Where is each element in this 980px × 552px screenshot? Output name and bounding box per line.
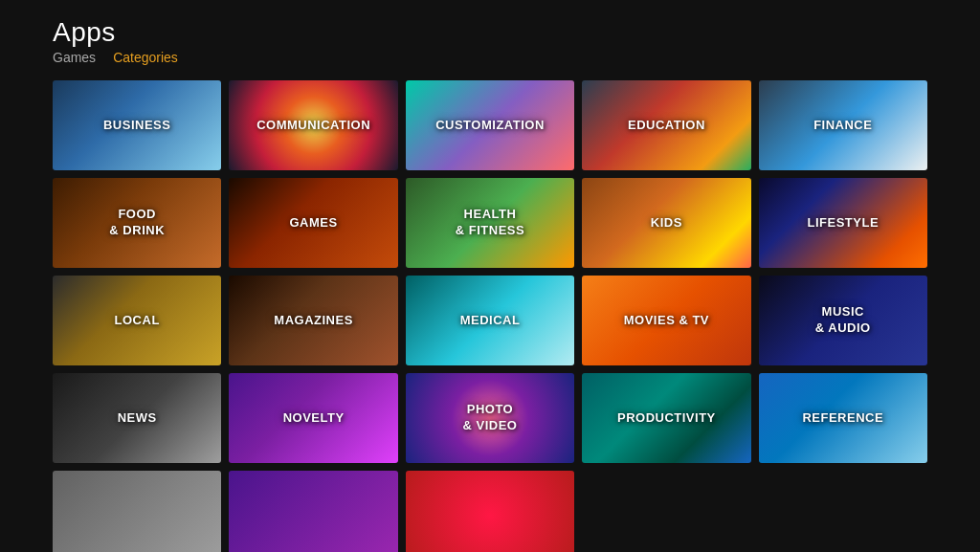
category-label-communication: COMMUNICATION [256,118,370,134]
category-tile-lifestyle[interactable]: LIFESTYLE [759,178,927,268]
category-tile-partial3[interactable] [406,471,574,552]
category-tile-education[interactable]: EDUCATION [582,80,750,170]
category-label-productivity: PRODUCTIVITY [617,410,716,427]
category-label-business: BUSINESS [103,118,170,134]
category-label-local: LOCAL [115,313,160,329]
category-tile-kids[interactable]: KIDS [582,178,750,268]
category-label-kids: KIDS [651,215,682,232]
category-label-health-fitness: HEALTH& FITNESS [456,207,524,239]
category-tile-games[interactable]: GAMES [229,178,397,268]
page-title: Apps [53,17,980,48]
category-label-games: GAMES [290,215,338,232]
categories-grid: BUSINESSCOMMUNICATIONCUSTOMIZATIONEDUCAT… [0,71,980,552]
category-tile-partial2[interactable] [229,471,397,552]
navigation: Games Categories [53,50,980,65]
nav-categories[interactable]: Categories [113,50,178,65]
category-tile-magazines[interactable]: MAGAZINES [229,276,397,365]
app-header: Apps Games Categories [0,0,980,71]
category-tile-productivity[interactable]: PRODUCTIVITY [582,373,750,463]
category-tile-business[interactable]: BUSINESS [53,80,221,170]
category-label-customization: CUSTOMIZATION [435,118,545,134]
category-label-medical: MEDICAL [460,313,521,329]
category-tile-photo-video[interactable]: PHOTO& VIDEO [406,373,574,463]
category-tile-customization[interactable]: CUSTOMIZATION [406,80,574,170]
category-label-novelty: NOVELTY [283,410,345,427]
category-label-music-audio: MUSIC& AUDIO [815,304,871,337]
nav-games[interactable]: Games [53,50,96,65]
category-label-news: NEWS [118,410,157,427]
category-tile-movies-tv[interactable]: MOVIES & TV [582,276,750,365]
category-tile-medical[interactable]: MEDICAL [406,276,574,365]
category-label-photo-video: PHOTO& VIDEO [463,402,518,434]
category-tile-communication[interactable]: COMMUNICATION [229,80,397,170]
category-tile-finance[interactable]: FINANCE [759,80,927,170]
category-tile-novelty[interactable]: NOVELTY [229,373,397,463]
category-label-education: EDUCATION [628,118,705,134]
category-label-food-drink: FOOD& DRINK [109,207,165,239]
category-tile-health-fitness[interactable]: HEALTH& FITNESS [406,178,574,268]
category-tile-partial1[interactable] [53,471,221,552]
category-tile-food-drink[interactable]: FOOD& DRINK [53,178,221,268]
category-tile-news[interactable]: NEWS [53,373,221,463]
category-tile-local[interactable]: LOCAL [53,276,221,365]
category-label-magazines: MAGAZINES [274,313,353,329]
category-label-reference: REFERENCE [802,410,883,427]
category-label-lifestyle: LIFESTYLE [808,215,880,232]
category-tile-reference[interactable]: REFERENCE [759,373,927,463]
category-tile-music-audio[interactable]: MUSIC& AUDIO [759,276,927,365]
category-label-movies-tv: MOVIES & TV [624,313,709,329]
category-label-finance: FINANCE [813,118,872,134]
